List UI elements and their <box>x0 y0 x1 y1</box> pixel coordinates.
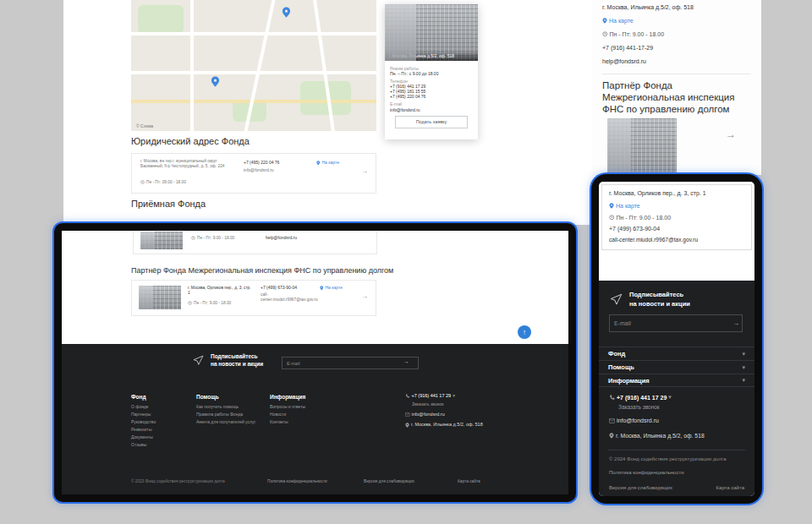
paper-plane-icon <box>193 355 204 366</box>
chevron-down-icon: ▾ <box>742 364 745 371</box>
subscribe-title-line1: Подписывайтесь <box>629 291 683 298</box>
mobile-partner-email-link[interactable]: call-center.miudol.r9967@tax.gov.ru <box>609 237 698 243</box>
partner-photo <box>139 286 181 309</box>
phone-icon <box>609 395 615 401</box>
email-link[interactable]: info@fondsrd.ru <box>390 107 473 112</box>
mobile-page-top: г. Москва, Ильинка д.5/2, оф. 518 На кар… <box>592 0 761 175</box>
chevron-down-icon: ▾ <box>742 351 745 358</box>
footer-link[interactable]: Правила работы Фонда <box>196 411 255 418</box>
mobile-partner-address: г. Москва, Орликов пер., д. 3, стр. 1 <box>609 190 706 196</box>
copyright: © 2024 Фонд содействия реструктуризации … <box>609 456 726 461</box>
accessibility-link[interactable]: Версия для слабовидящих <box>609 485 672 490</box>
footer-link[interactable]: Руководство <box>131 418 156 426</box>
divider <box>608 450 745 450</box>
footer-email-link[interactable]: info@fondsrd.ru <box>609 418 659 423</box>
chevron-down-icon: ▾ <box>742 377 745 384</box>
paper-plane-icon <box>610 293 623 306</box>
footer-phone-link[interactable]: +7 (916) 441 17 29 ▾ <box>609 394 672 401</box>
map-attribution: © Схема <box>136 123 153 128</box>
scroll-to-top-button[interactable]: ↑ <box>518 325 531 339</box>
footer-link[interactable]: Контакты <box>270 418 305 426</box>
newsletter-submit-arrow[interactable]: → <box>732 319 739 327</box>
legal-map-link[interactable]: На карте <box>322 161 340 166</box>
map[interactable]: © Схема <box>131 0 376 131</box>
apply-button[interactable]: Подать заявку <box>395 116 468 128</box>
menu-label: Фонд <box>608 350 625 358</box>
reception-card: Пн - Пт: 9.00 - 18.00 help@fondsrd.ru <box>133 231 377 254</box>
card-arrow[interactable]: → <box>361 294 368 299</box>
legal-address-card: г. Москва, вн.тер.г. муниципальный округ… <box>131 153 376 194</box>
menu-item-fond[interactable]: Фонд ▾ <box>599 347 754 360</box>
footer-address: г. Москва, Ильинка д.5/2, оф. 518 <box>405 422 483 428</box>
map-pin-icon <box>316 161 321 166</box>
footer-phone-number: +7 (916) 441 17 29 <box>617 395 667 401</box>
legal-email-link[interactable]: info@fondsrd.ru <box>244 168 274 173</box>
footer-link[interactable]: Анкета для получателей услуг <box>196 418 255 426</box>
subscribe-title-line2: на новости и акции <box>629 300 690 308</box>
mobile-partner-hours: Пн - Пт: 9.00 - 18.00 <box>617 215 672 221</box>
phone-device-frame: г. Москва, Орликов пер., д. 3, стр. 1 На… <box>591 174 762 504</box>
footer-link[interactable]: Документы <box>131 434 156 441</box>
map-pin-icon <box>320 286 324 291</box>
sitemap-link[interactable]: Карта сайта <box>716 485 744 490</box>
callback-link[interactable]: Заказать звонок <box>412 401 483 407</box>
footer-link[interactable]: О фонде <box>131 403 156 411</box>
mobile-map-link[interactable]: На карте <box>609 18 634 24</box>
privacy-link[interactable]: Политика конфиденциальности <box>609 470 684 475</box>
footer-link[interactable]: Реквизиты <box>131 426 156 434</box>
footer-address: г. Москва, Ильинка д.5/2, оф. 518 <box>609 433 705 439</box>
footer-col-fond-title: Фонд <box>131 393 156 401</box>
legal-address-text: г. Москва, вн.тер.г. муниципальный округ… <box>140 159 235 169</box>
menu-item-help[interactable]: Помощь ▾ <box>599 360 754 374</box>
mobile-office-email-link[interactable]: help@fondsrd.ru <box>602 58 646 64</box>
partner-email-link[interactable]: call-center.miudol.r9967@tax.gov.ru <box>261 292 313 303</box>
footer-email-link[interactable]: info@fondsrd.ru <box>405 412 483 418</box>
map-pin-icon[interactable] <box>211 76 220 87</box>
callback-link[interactable]: Заказать звонок <box>618 404 660 410</box>
footer-link[interactable]: Вопросы и ответы <box>270 403 305 411</box>
map-road <box>190 0 194 131</box>
footer-phone-link[interactable]: +7 (916) 441 17 29 ▾ <box>405 393 483 399</box>
mobile-partner-phone-link[interactable]: +7 (499) 673-90-04 <box>609 226 660 232</box>
mobile-partner-card: г. Москва, Орликов пер., д. 3, стр. 1 На… <box>601 184 752 250</box>
accessibility-link[interactable]: Версия для слабовидящих <box>364 479 414 483</box>
map-pin-icon[interactable] <box>282 7 291 18</box>
sitemap-link[interactable]: Карта сайта <box>458 479 480 483</box>
newsletter-email-input[interactable] <box>282 357 419 369</box>
footer-link[interactable]: Партнеры <box>131 411 156 418</box>
partner-arrow[interactable]: → <box>726 128 736 140</box>
partner-map-link[interactable]: На карте <box>326 286 343 291</box>
subscribe-title-line1: Подписывайтесь <box>211 353 258 359</box>
responsive-preview-canvas: © Схема г. Москва, Ильинка д.5/2, оф. 51… <box>0 0 812 524</box>
map-pin-icon <box>602 18 607 24</box>
mobile-partner-map-link[interactable]: На карте <box>616 203 640 209</box>
newsletter-email-input[interactable] <box>609 314 743 332</box>
footer-link[interactable]: Новости <box>270 411 305 418</box>
footer-link[interactable]: Отзывы <box>131 441 156 449</box>
card-arrow[interactable]: → <box>361 169 368 174</box>
footer-link[interactable]: Как получить помощь <box>196 403 255 411</box>
envelope-icon <box>405 412 410 417</box>
newsletter-submit-arrow[interactable]: → <box>403 358 409 364</box>
mobile-office-phone-link[interactable]: +7 (916) 441-17-29 <box>602 45 653 51</box>
footer-address-text: г. Москва, Ильинка д.5/2, оф. 518 <box>411 422 483 428</box>
legal-phone-link[interactable]: +7 (495) 220 04 76 <box>244 161 279 166</box>
map-pin-icon <box>609 433 614 439</box>
partner-phone-link[interactable]: +7 (499) 673-90-04 <box>261 286 297 291</box>
mobile-office-hours: Пн - Пт: 9.00 - 18.00 <box>610 31 665 37</box>
chevron-down-icon: ▾ <box>453 393 455 399</box>
privacy-link[interactable]: Политика конфиденциальности <box>267 479 327 483</box>
mobile-partner-title: Партнёр Фонда Межрегиональная инспекция … <box>602 79 739 115</box>
menu-item-info[interactable]: Информация ▾ <box>599 374 754 387</box>
partner-address: г. Москва, Орликов пер., д. 3, стр. 1 <box>188 286 254 296</box>
reception-photo <box>140 232 183 249</box>
footer-email-text: info@fondsrd.ru <box>412 412 445 418</box>
map-road <box>131 32 376 35</box>
menu-label: Помощь <box>608 363 634 371</box>
partner-section-title: Партнёр Фонда Межрегиональная инспекция … <box>131 266 393 275</box>
menu-label: Информация <box>608 377 650 385</box>
reception-email-link[interactable]: help@fondsrd.ru <box>266 236 297 241</box>
office-info-card: г. Москва, Ильинка д.5/2, оф. 518 Режим … <box>385 4 478 139</box>
phone-link[interactable]: +7 (495) 220 04 76 <box>390 94 473 99</box>
map-park <box>138 5 184 34</box>
